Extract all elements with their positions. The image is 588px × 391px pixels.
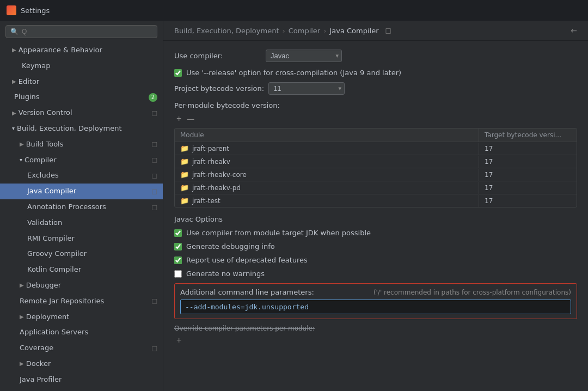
javac-check4-label[interactable]: Generate no warnings xyxy=(186,270,265,278)
sidebar-item-groovy-compiler[interactable]: Groovy Compiler xyxy=(0,246,163,262)
sidebar-item-coverage[interactable]: Coverage □ xyxy=(0,340,163,356)
folder-icon: 📁 xyxy=(180,157,189,166)
bytecode-version-row: Project bytecode version: 8910 111213 14… xyxy=(174,82,577,95)
folder-icon: 📁 xyxy=(180,197,189,205)
arrow-open-icon: ▾ xyxy=(12,124,15,133)
sidebar-item-deployment[interactable]: ▶ Deployment xyxy=(0,309,163,325)
breadcrumb-sep2: › xyxy=(323,27,326,35)
javac-check3-label[interactable]: Report use of deprecated features xyxy=(186,256,308,264)
sidebar-item-compiler[interactable]: ▾ Compiler □ xyxy=(0,152,163,168)
pin-icon: □ xyxy=(152,296,157,306)
sidebar-item-label: Groovy Compiler xyxy=(27,248,157,260)
sidebar-item-remote-jar[interactable]: Remote Jar Repositories □ xyxy=(0,294,163,309)
table-row[interactable]: 📁jraft-rheakv 17 xyxy=(175,155,577,168)
search-icon: 🔍 xyxy=(10,28,19,35)
sidebar-item-label: Kotlin Compiler xyxy=(27,264,157,276)
additional-params-input[interactable] xyxy=(185,303,566,311)
back-icon[interactable]: ← xyxy=(571,26,577,35)
sidebar-item-excludes[interactable]: Excludes □ xyxy=(0,168,163,184)
override-add-row: + xyxy=(174,335,577,345)
sidebar-item-java-compiler[interactable]: Java Compiler □ xyxy=(0,184,163,199)
target-version: 17 xyxy=(479,195,577,207)
javac-check2-label[interactable]: Generate debugging info xyxy=(186,242,275,251)
breadcrumb-part1: Build, Execution, Deployment xyxy=(174,27,279,35)
target-version: 17 xyxy=(479,143,577,155)
add-module-button[interactable]: + xyxy=(174,114,183,124)
content-area: Build, Execution, Deployment › Compiler … xyxy=(163,21,588,391)
plugins-badge: 2 xyxy=(149,93,157,102)
add-override-button[interactable]: + xyxy=(174,335,183,345)
sidebar-item-keymap[interactable]: Keymap xyxy=(0,58,163,74)
sidebar-item-kotlin-compiler[interactable]: Kotlin Compiler xyxy=(0,262,163,278)
sidebar-item-plugins[interactable]: Plugins 2 xyxy=(0,89,163,105)
additional-params-label: Additional command line parameters: xyxy=(180,288,314,296)
sidebar-item-appearance[interactable]: ▶ Appearance & Behavior xyxy=(0,42,163,58)
folder-icon: 📁 xyxy=(180,184,189,192)
release-option-label[interactable]: Use '--release' option for cross-compila… xyxy=(186,69,401,77)
pin-icon: □ xyxy=(152,108,157,118)
compiler-select[interactable]: Javac Eclipse Ajc xyxy=(266,50,342,62)
pin-icon: □ xyxy=(152,187,157,197)
arrow-icon: ▶ xyxy=(12,77,16,86)
params-input-wrapper[interactable] xyxy=(180,300,571,314)
sidebar-item-label: Docker xyxy=(26,358,157,370)
module-name: jraft-rheakv xyxy=(192,158,230,166)
sidebar-item-java-profiler[interactable]: Java Profiler xyxy=(0,372,163,388)
compiler-select-wrapper[interactable]: Javac Eclipse Ajc xyxy=(266,50,342,62)
javac-check1-label[interactable]: Use compiler from module target JDK when… xyxy=(186,229,371,237)
sidebar-item-validation[interactable]: Validation xyxy=(0,215,163,231)
sidebar-item-application-servers[interactable]: Application Servers xyxy=(0,325,163,340)
main-area: 🔍 ▶ Appearance & Behavior Keymap ▶ Edito… xyxy=(0,21,588,391)
sidebar-item-docker[interactable]: ▶ Docker xyxy=(0,356,163,372)
app-icon xyxy=(7,5,16,15)
breadcrumb-part3: Java Compiler xyxy=(329,27,378,35)
javac-check2-row: Generate debugging info xyxy=(174,242,577,251)
table-row[interactable]: 📁jraft-rheakv-pd 17 xyxy=(175,181,577,194)
table-row[interactable]: 📁jraft-parent 17 xyxy=(175,142,577,155)
sidebar-item-build-tools[interactable]: ▶ Build Tools □ xyxy=(0,137,163,152)
javac-check4[interactable] xyxy=(174,270,182,278)
sidebar-item-label: Compiler xyxy=(24,155,150,166)
sidebar-item-label: Keymap xyxy=(22,60,157,72)
bytecode-version-select-wrapper[interactable]: 8910 111213 14151617 xyxy=(268,82,345,95)
release-option-row: Use '--release' option for cross-compila… xyxy=(174,69,577,77)
module-name: jraft-parent xyxy=(192,145,229,152)
table-row[interactable]: 📁jraft-test 17 xyxy=(175,194,577,207)
arrow-icon: ▶ xyxy=(12,109,16,118)
use-compiler-row: Use compiler: Javac Eclipse Ajc xyxy=(174,50,577,62)
sidebar-item-label: Deployment xyxy=(26,311,157,323)
sidebar-item-version-control[interactable]: ▶ Version Control □ xyxy=(0,105,163,121)
module-name: jraft-test xyxy=(192,197,220,205)
arrow-icon: ▶ xyxy=(20,140,24,149)
titlebar: Settings xyxy=(0,0,588,21)
sidebar-item-label: Build, Execution, Deployment xyxy=(17,123,157,135)
search-box[interactable]: 🔍 xyxy=(5,25,157,38)
release-option-checkbox[interactable] xyxy=(174,69,182,77)
sidebar-item-build-execution[interactable]: ▾ Build, Execution, Deployment xyxy=(0,121,163,137)
column-header-target: Target bytecode versi... xyxy=(479,129,577,142)
arrow-icon: ▶ xyxy=(20,281,24,290)
sidebar-item-label: Excludes xyxy=(27,170,150,181)
sidebar-item-label: Plugins xyxy=(14,91,146,103)
javac-check2[interactable] xyxy=(174,243,182,251)
table-row[interactable]: 📁jraft-rheakv-core 17 xyxy=(175,168,577,181)
breadcrumb-sep1: › xyxy=(282,27,285,35)
target-version: 17 xyxy=(479,169,577,181)
sidebar-item-label: Coverage xyxy=(20,343,150,354)
override-label: Override compiler parameters per module: xyxy=(174,325,577,332)
javac-check3[interactable] xyxy=(174,256,182,264)
bytecode-version-label: Project bytecode version: xyxy=(174,84,264,93)
sidebar-item-editor[interactable]: ▶ Editor xyxy=(0,74,163,90)
pin-icon: □ xyxy=(152,155,157,165)
bytecode-version-select[interactable]: 8910 111213 14151617 xyxy=(268,82,345,95)
additional-params-section: Additional command line parameters: ('/'… xyxy=(174,283,577,319)
javac-check1[interactable] xyxy=(174,229,182,237)
sidebar-item-annotation-processors[interactable]: Annotation Processors □ xyxy=(0,199,163,215)
sidebar-item-rmi-compiler[interactable]: RMI Compiler xyxy=(0,231,163,247)
table-header: Module Target bytecode versi... xyxy=(175,129,577,142)
remove-module-button[interactable]: — xyxy=(187,114,194,123)
search-input[interactable] xyxy=(22,28,152,35)
folder-icon: 📁 xyxy=(180,144,189,152)
sidebar-item-debugger[interactable]: ▶ Debugger xyxy=(0,278,163,294)
javac-check4-row: Generate no warnings xyxy=(174,270,577,278)
